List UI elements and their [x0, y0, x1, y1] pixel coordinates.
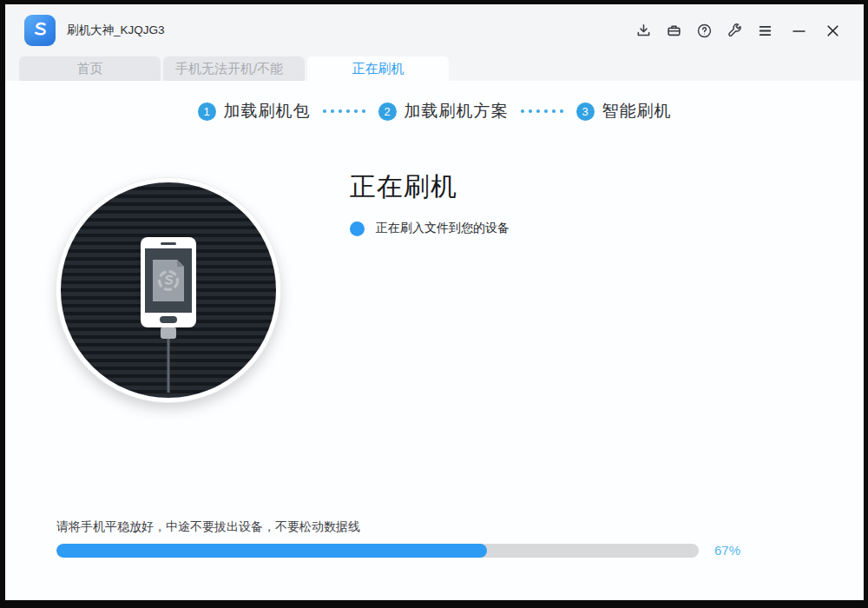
- progress-row: 67%: [56, 543, 740, 558]
- progress-percent: 67%: [714, 543, 740, 558]
- progress-fill: [56, 544, 487, 558]
- phone-home-button: [160, 316, 177, 323]
- menu-button[interactable]: [754, 20, 775, 41]
- status-text: 正在刷入文件到您的设备: [376, 221, 510, 236]
- step-indicator: 1 加载刷机包 2 加载刷机方案 3 智能刷机: [5, 100, 864, 122]
- phone-screen: [145, 248, 192, 313]
- tab-bar: 首页 手机无法开机/不能 正在刷机: [5, 56, 864, 81]
- close-button[interactable]: [822, 20, 843, 41]
- swirl-s-watermark-icon: [155, 268, 181, 294]
- firmware-file-icon: [153, 260, 184, 301]
- help-button[interactable]: [694, 20, 714, 41]
- step-3-circle: 3: [576, 102, 595, 121]
- minimize-icon: [791, 23, 807, 39]
- usb-plug: [161, 327, 176, 339]
- phone-illustration: [141, 237, 196, 327]
- status-row: 正在刷入文件到您的设备: [350, 221, 510, 236]
- step-1-label: 加载刷机包: [224, 100, 311, 122]
- app-logo s-lightning-logo: [24, 15, 56, 46]
- progress-bar: [56, 544, 699, 558]
- tab-home[interactable]: 首页: [19, 56, 161, 81]
- phone-speaker: [161, 242, 176, 245]
- step-1: 1 加载刷机包: [198, 100, 311, 122]
- download-icon: [635, 23, 652, 39]
- usb-cable: [168, 339, 170, 393]
- tab-label: 手机无法开机/不能: [175, 61, 283, 77]
- wrench-icon: [727, 23, 743, 39]
- step-3: 3 智能刷机: [576, 100, 672, 122]
- window-title: 刷机大神_KJQJG3: [67, 23, 165, 38]
- step-separator-dots: [519, 109, 566, 113]
- titlebar: 刷机大神_KJQJG3: [5, 4, 864, 56]
- file-fold-corner: [177, 260, 184, 267]
- s-logo-icon: [29, 19, 51, 42]
- status-bullet-icon: [350, 221, 365, 236]
- hamburger-menu-icon: [757, 23, 773, 39]
- app-window: 刷机大神_KJQJG3: [5, 4, 864, 600]
- step-3-label: 智能刷机: [602, 100, 672, 122]
- step-2: 2 加载刷机方案: [378, 100, 509, 122]
- close-icon: [825, 23, 841, 39]
- status-block: 正在刷机 正在刷入文件到您的设备: [350, 169, 510, 236]
- minimize-button[interactable]: [788, 20, 809, 41]
- step-1-circle: 1: [198, 102, 216, 121]
- flashing-illustration: [56, 178, 280, 402]
- warning-text: 请将手机平稳放好，中途不要拔出设备，不要松动数据线: [56, 519, 740, 535]
- toolbox-icon: [666, 23, 682, 39]
- tab-flashing-active[interactable]: 正在刷机: [307, 56, 449, 81]
- progress-section: 请将手机平稳放好，中途不要拔出设备，不要松动数据线 67%: [56, 519, 740, 558]
- main-content: 1 加载刷机包 2 加载刷机方案 3 智能刷机: [5, 81, 864, 600]
- step-2-circle: 2: [378, 102, 397, 121]
- step-2-label: 加载刷机方案: [404, 100, 509, 122]
- tab-phone-cannot-boot[interactable]: 手机无法开机/不能: [163, 56, 305, 81]
- download-button[interactable]: [633, 20, 654, 41]
- repair-tools-button[interactable]: [724, 20, 745, 41]
- step-separator-dots: [321, 109, 368, 113]
- toolbox-button[interactable]: [663, 20, 684, 41]
- help-icon: [696, 23, 713, 39]
- page-title: 正在刷机: [350, 169, 510, 205]
